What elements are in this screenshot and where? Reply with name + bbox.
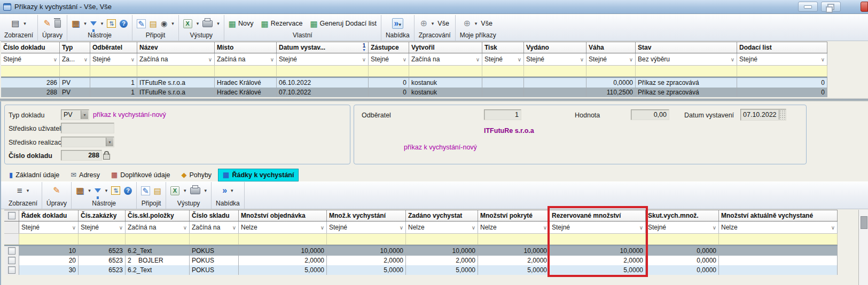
column-header-radek-dokladu[interactable]: Řádek dokladu (19, 210, 79, 221)
edit-icon[interactable]: ✎ (44, 19, 51, 28)
print-icon[interactable] (202, 20, 213, 27)
stredisko-uzivatele-field[interactable] (61, 123, 114, 133)
lines-row-30[interactable]: 30 6523 6.2_Text POKUS 5,0000 5,0000 5,0… (4, 265, 838, 275)
quickfilter-input[interactable] (79, 234, 126, 244)
column-header-typ[interactable]: Typ (60, 42, 90, 53)
checklist-icon[interactable]: ▤ (154, 187, 161, 195)
chevron-down-icon[interactable]: ▾ (475, 21, 478, 26)
filter-select[interactable]: Stejné∨ (90, 53, 137, 65)
restore-button[interactable] (821, 2, 841, 12)
filter-select[interactable]: Stejné∨ (19, 221, 79, 233)
quickfilter-input[interactable] (137, 66, 215, 76)
help-icon[interactable]: ? (120, 20, 128, 28)
chevron-down-icon[interactable]: ▾ (171, 21, 174, 26)
print-icon[interactable] (190, 187, 200, 194)
orders-row-286[interactable]: 286 PV 1 ITFutuRe s.r.o.a Hradec Králové… (1, 78, 827, 88)
quickfilter-input[interactable] (406, 234, 478, 244)
hodnota-field[interactable]: 0,00 (631, 109, 669, 120)
filter-select[interactable]: Začíná na∨ (137, 53, 215, 65)
column-header-cislo-dokladu[interactable]: Číslo dokladu (1, 42, 60, 53)
cislo-dokladu-field[interactable]: 288 (61, 150, 102, 161)
column-header-vydano[interactable]: Vydáno (524, 42, 587, 53)
menu-button[interactable]: »▾ (392, 18, 403, 29)
toolbar-group-zobrazeni[interactable]: ▤▾ Zobrazení (0, 15, 38, 41)
delete-icon[interactable] (54, 20, 61, 28)
filter-select[interactable]: Začíná na∨ (126, 221, 190, 233)
filter-select[interactable]: Stejné∨ (524, 53, 587, 65)
filter-select[interactable]: Stejné∨ (737, 53, 827, 65)
quickfilter-input[interactable] (126, 234, 190, 244)
moje-prikazy-value[interactable]: Vše (481, 20, 492, 27)
filter-select[interactable]: Začíná na∨ (409, 53, 482, 65)
tab-pohyby[interactable]: ◆Pohyby (176, 169, 216, 181)
column-header-misto[interactable]: Místo (215, 42, 277, 53)
chevron-down-icon[interactable]: ▾ (197, 21, 199, 26)
column-header-skut-vych-mnoz[interactable]: Skut.vych.množ. (646, 210, 719, 221)
date-spinner[interactable] (779, 110, 785, 120)
scrollbar-thumb[interactable] (861, 216, 867, 229)
close-button[interactable] (861, 2, 868, 12)
options-icon[interactable]: ⇅ (111, 186, 120, 195)
quickfilter-input[interactable] (482, 66, 524, 76)
filter-select[interactable]: Začíná na∨ (215, 53, 277, 65)
tools-icon[interactable]: ▦ (76, 186, 84, 195)
column-header-mnozstvi-pokryte[interactable]: Množství pokryté (478, 210, 550, 221)
filter-select[interactable]: Stejné∨ (369, 53, 409, 65)
quickfilter-input[interactable] (369, 66, 409, 76)
chevron-down-icon[interactable]: ▾ (432, 21, 434, 26)
filter-select-rezervovane[interactable]: Stejné∨ (550, 221, 646, 233)
column-header-vaha[interactable]: Váha (587, 42, 636, 53)
column-header-cislo-skladu[interactable]: Číslo skladu (190, 210, 239, 221)
attachment-icon[interactable]: ◉ (161, 20, 167, 27)
quickfilter-input[interactable] (327, 234, 406, 244)
edit-icon[interactable]: ✎ (53, 186, 60, 195)
help-icon[interactable]: ? (124, 187, 132, 195)
quickfilter-input[interactable] (719, 234, 838, 244)
quickfilter-input[interactable] (239, 234, 327, 244)
filter-select[interactable]: Nelze∨ (239, 221, 327, 233)
select-all-checkbox-cell[interactable] (4, 210, 19, 221)
quickfilter-input[interactable] (550, 234, 646, 244)
quickfilter-input[interactable] (215, 66, 277, 76)
quickfilter-input[interactable] (524, 66, 587, 76)
quickfilter-input[interactable] (19, 234, 79, 244)
column-header-mnozstvi-aktualne[interactable]: Množství aktuálně vychystané (719, 210, 838, 221)
lines-row-20[interactable]: 20 6523 2 BOJLER POKUS 2,0000 2,0000 2,0… (4, 256, 838, 265)
novy-button[interactable]: ▦Novy (229, 20, 254, 28)
column-header-rezervovane-mnozstvi[interactable]: Rezervované množství (550, 210, 646, 221)
filter-select[interactable]: Začíná na∨ (190, 221, 239, 233)
excel-icon[interactable]: X (170, 186, 179, 195)
quickfilter-input[interactable] (190, 234, 239, 244)
tab-doplnkove-udaje[interactable]: ▦Doplňkové údaje (106, 169, 175, 181)
typ-dokladu-field[interactable]: PV▾ (61, 109, 89, 120)
column-header-vytvoril[interactable]: Vytvořil (409, 42, 482, 53)
quickfilter-input[interactable] (478, 234, 550, 244)
filter-select[interactable]: Stejné∨ (646, 221, 719, 233)
quickfilter-input[interactable] (277, 66, 369, 76)
chevron-down-icon[interactable]: ▾ (101, 21, 104, 26)
filter-select[interactable]: Stejné∨ (277, 53, 369, 65)
filter-select[interactable]: Stejné∨ (482, 53, 524, 65)
checklist-icon[interactable]: ▤ (150, 20, 157, 28)
column-header-zadano-vychystat[interactable]: Zadáno vychystat (406, 210, 478, 221)
filter-select[interactable]: Stejné∨ (327, 221, 406, 233)
filter-select[interactable]: Nelze∨ (406, 221, 478, 233)
excel-icon[interactable]: X (183, 19, 192, 28)
chevron-down-icon[interactable]: ▾ (231, 188, 233, 193)
filter-select[interactable]: Nelze∨ (478, 221, 550, 233)
chevron-down-icon[interactable]: ▾ (217, 21, 220, 26)
chevron-down-icon[interactable]: ▾ (184, 188, 186, 193)
column-header-mnoz-k-vychystani[interactable]: Množ.k vychystání (327, 210, 406, 221)
filter-select[interactable]: Bez výběru∨ (636, 53, 737, 65)
stredisko-realizace-field[interactable]: ▾ (61, 137, 114, 147)
chevron-down-icon[interactable]: ▾ (88, 188, 91, 193)
tab-radky-k-vychystani[interactable]: ▦Řádky k vychystání (218, 169, 299, 181)
vertical-scrollbar[interactable] (858, 210, 868, 285)
quickfilter-input[interactable] (90, 66, 137, 76)
column-header-stav[interactable]: Stav (636, 42, 737, 53)
quickfilter-input[interactable] (737, 66, 827, 76)
filter-icon[interactable] (90, 21, 97, 26)
process-icon[interactable]: ⊕ (420, 19, 427, 28)
options-icon[interactable]: ⇅ (107, 19, 116, 28)
lines-toolbar-group-zobrazeni[interactable]: ≡▾ Zobrazení (4, 182, 42, 209)
